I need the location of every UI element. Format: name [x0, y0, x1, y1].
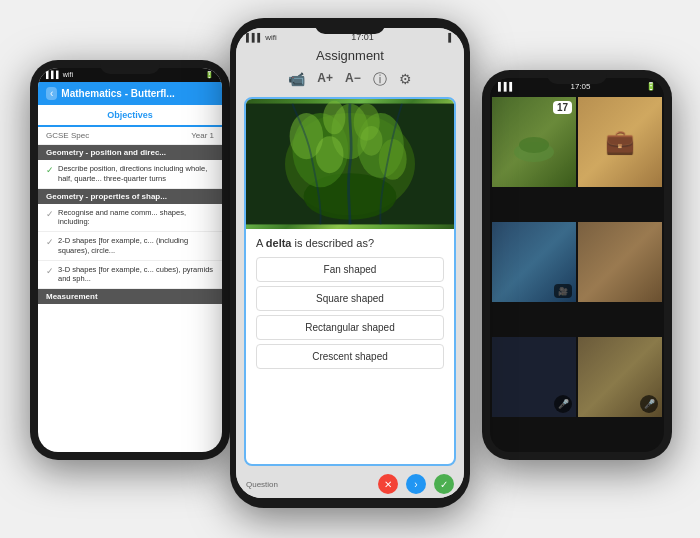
check-icon: ✓ [46, 266, 54, 276]
phone-left: ▌▌▌ wifi 🔋 ‹ Mathematics - Butterfl... O… [30, 60, 230, 460]
right-battery: 🔋 [646, 82, 656, 91]
item-text: Describe position, directions including … [58, 164, 214, 184]
tab-objectives[interactable]: Objectives [38, 105, 222, 127]
left-signal: ▌▌▌ wifi [46, 71, 73, 79]
center-battery: ▌ [448, 33, 454, 42]
item-text: Recognise and name comm... shapes, inclu… [58, 208, 214, 228]
grid-item-5: 🎤 [492, 337, 576, 417]
screen-right: ▌▌▌ 17:05 🔋 17 [490, 78, 664, 452]
center-header-title: Assignment [236, 46, 464, 67]
footer-question-label: Question [246, 480, 278, 489]
next-icon[interactable]: › [406, 474, 426, 494]
grid-item-1: 17 [492, 97, 576, 187]
question-prefix: A [256, 237, 266, 249]
font-increase-button[interactable]: A+ [317, 71, 333, 89]
item-text: 3-D shapes [for example, c... cubes), py… [58, 265, 214, 285]
check-icon: ✓ [46, 165, 54, 175]
svg-point-13 [316, 136, 344, 173]
item-text: 2-D shapes [for example, c... (including… [58, 236, 214, 256]
grid-item-4 [578, 222, 662, 302]
center-footer: Question ✕ › ✓ [236, 470, 464, 498]
center-toolbar: 📹 A+ A− ⓘ ⚙ [236, 67, 464, 93]
delta-image [246, 99, 454, 229]
year-label[interactable]: Year 1 [191, 131, 214, 140]
notch-center [315, 18, 385, 34]
right-signal: ▌▌▌ [498, 82, 515, 91]
back-button[interactable]: ‹ [46, 87, 57, 100]
font-decrease-button[interactable]: A− [345, 71, 361, 89]
center-signal: ▌▌▌ wifi [246, 33, 277, 42]
grid-item-2: 💼 [578, 97, 662, 187]
screen-left: ▌▌▌ wifi 🔋 ‹ Mathematics - Butterfl... O… [38, 68, 222, 452]
option-crescent[interactable]: Crescent shaped [256, 344, 444, 369]
left-filter-row: GCSE Spec Year 1 [38, 127, 222, 145]
confirm-icon[interactable]: ✓ [434, 474, 454, 494]
option-square[interactable]: Square shaped [256, 286, 444, 311]
right-grid: 17 💼 🎥 [490, 95, 664, 452]
left-tabs: Objectives [38, 105, 222, 127]
phone-center: ▌▌▌ wifi 17:01 ▌ Assignment 📹 A+ A− ⓘ ⚙ [230, 18, 470, 508]
phone-right: ▌▌▌ 17:05 🔋 17 [482, 70, 672, 460]
svg-point-1 [519, 137, 549, 153]
mic-icon: 🎤 [554, 395, 572, 413]
video-icon: 🎥 [554, 284, 572, 298]
option-rectangular[interactable]: Rectangular shaped [256, 315, 444, 340]
question-suffix: is described as? [291, 237, 374, 249]
list-item: ✓ Recognise and name comm... shapes, inc… [38, 204, 222, 233]
left-content: ▌▌▌ wifi 🔋 ‹ Mathematics - Butterfl... O… [38, 68, 222, 452]
left-battery: 🔋 [205, 71, 214, 79]
left-header-title: Mathematics - Butterfl... [61, 88, 174, 99]
right-content: ▌▌▌ 17:05 🔋 17 [490, 78, 664, 452]
question-card: A delta is described as? Fan shaped Squa… [244, 97, 456, 466]
check-icon: ✓ [46, 237, 54, 247]
section-header-2: Geometry - properties of shap... [38, 189, 222, 204]
video-tool-icon[interactable]: 📹 [288, 71, 305, 89]
gcse-spec-label: GCSE Spec [46, 131, 89, 140]
question-bold: delta [266, 237, 292, 249]
info-button[interactable]: ⓘ [373, 71, 387, 89]
grid-item-6: 🎤 [578, 337, 662, 417]
list-item: ✓ 3-D shapes [for example, c... cubes), … [38, 261, 222, 290]
briefcase-icon: 💼 [605, 128, 635, 156]
question-text: A delta is described as? [246, 229, 454, 253]
screen-center: ▌▌▌ wifi 17:01 ▌ Assignment 📹 A+ A− ⓘ ⚙ [236, 28, 464, 498]
svg-point-11 [323, 101, 345, 134]
mic-icon: 🎤 [640, 395, 658, 413]
section-header-1: Geometry - position and direc... [38, 145, 222, 160]
answer-options: Fan shaped Square shaped Rectangular sha… [246, 253, 454, 377]
left-header: ‹ Mathematics - Butterfl... [38, 82, 222, 105]
svg-point-14 [360, 126, 382, 156]
check-icon: ✓ [46, 209, 54, 219]
list-item: ✓ 2-D shapes [for example, c... (includi… [38, 232, 222, 261]
notch-left [100, 60, 160, 74]
date-badge: 17 [553, 101, 572, 114]
list-item: ✓ Describe position, directions includin… [38, 160, 222, 189]
section-header-3: Measurement [38, 289, 222, 304]
center-content: ▌▌▌ wifi 17:01 ▌ Assignment 📹 A+ A− ⓘ ⚙ [236, 28, 464, 498]
svg-point-10 [379, 139, 407, 180]
footer-icons: ✕ › ✓ [378, 474, 454, 494]
grid-item-3: 🎥 [492, 222, 576, 302]
notch-right [547, 70, 607, 84]
cancel-icon[interactable]: ✕ [378, 474, 398, 494]
settings-button[interactable]: ⚙ [399, 71, 412, 89]
option-fan[interactable]: Fan shaped [256, 257, 444, 282]
